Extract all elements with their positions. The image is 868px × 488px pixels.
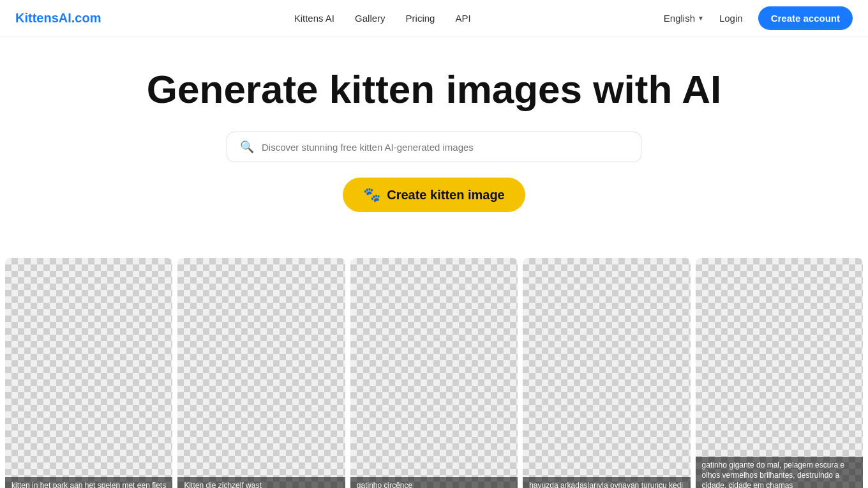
image-caption-1: Kitten die zichzelf wast (177, 477, 345, 488)
image-caption-3: havuzda arkadaşlarıyla oynayan turuncu k… (523, 477, 690, 488)
hero-title: Generate kitten images with AI (15, 68, 853, 111)
search-bar: 🔍 (227, 132, 641, 162)
paw-icon: 🐾 (363, 187, 380, 203)
nav-api[interactable]: API (455, 13, 470, 24)
hero-section: Generate kitten images with AI 🔍 🐾 Creat… (0, 37, 868, 258)
language-selector[interactable]: English ▼ (664, 13, 704, 24)
nav-kittens-ai[interactable]: Kittens AI (294, 13, 334, 24)
language-label: English (664, 13, 695, 24)
navbar: KittensAI.com Kittens AI Gallery Pricing… (0, 0, 868, 37)
image-grid-row1: kitten in het park aan het spelen met ee… (0, 258, 868, 488)
brand-logo[interactable]: KittensAI.com (15, 11, 101, 26)
nav-gallery[interactable]: Gallery (355, 13, 385, 24)
image-caption-2: gatinho circênce (350, 477, 518, 488)
image-card-3[interactable]: havuzda arkadaşlarıyla oynayan turuncu k… (523, 258, 690, 488)
nav-pricing[interactable]: Pricing (406, 13, 435, 24)
nav-links: Kittens AI Gallery Pricing API (294, 13, 471, 24)
login-button[interactable]: Login (714, 10, 748, 26)
search-icon: 🔍 (240, 140, 254, 154)
create-kitten-button[interactable]: 🐾 Create kitten image (343, 178, 525, 212)
navbar-actions: English ▼ Login Create account (664, 6, 853, 30)
image-card-1[interactable]: Kitten die zichzelf wast (177, 258, 345, 488)
search-input[interactable] (262, 142, 628, 153)
image-caption-4: gatinho gigante do mal, pelagem escura e… (696, 457, 863, 488)
chevron-down-icon: ▼ (698, 15, 704, 22)
image-caption-0: kitten in het park aan het spelen met ee… (5, 477, 172, 488)
create-kitten-label: Create kitten image (387, 188, 505, 202)
create-account-button[interactable]: Create account (758, 6, 853, 30)
image-card-4[interactable]: gatinho gigante do mal, pelagem escura e… (696, 258, 863, 488)
image-card-0[interactable]: kitten in het park aan het spelen met ee… (5, 258, 172, 488)
image-card-2[interactable]: gatinho circênce (350, 258, 518, 488)
